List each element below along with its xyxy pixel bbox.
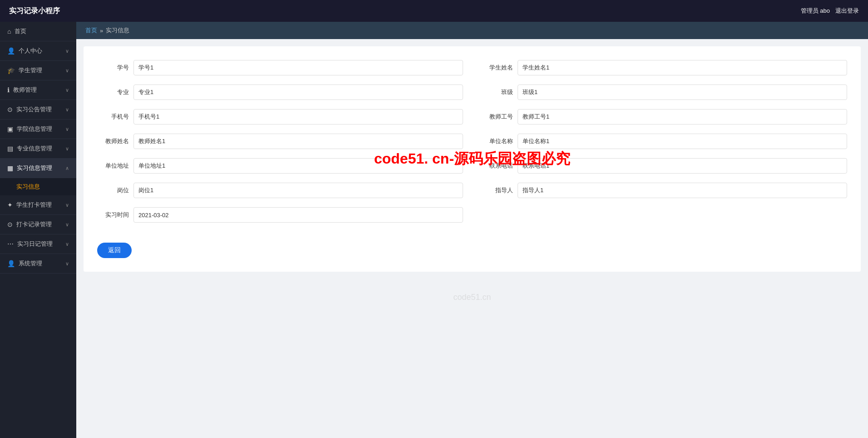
sidebar-subitem-internship-info[interactable]: 实习信息: [0, 178, 76, 195]
sidebar-item-system[interactable]: 👤 系统管理 ∨: [0, 254, 76, 274]
form-container: code51. cn-源码乐园盗图必究 学号 学生姓名 专业 班级: [84, 46, 861, 272]
form-row-xuehao: 学号: [97, 60, 463, 75]
form-row-shijian: 实习时间: [97, 207, 463, 223]
sidebar-item-punchrecord[interactable]: ⊙ 打卡记录管理 ∨: [0, 215, 76, 234]
personal-icon: 👤: [7, 47, 15, 55]
chevron-down-icon5: ∨: [65, 126, 69, 132]
label-lianxi-dianhua: 联系电话: [481, 162, 513, 170]
sidebar-item-diary[interactable]: ⋯ 实习日记管理 ∨: [0, 234, 76, 254]
sidebar-label-student: 学生管理: [19, 66, 42, 75]
sidebar: ⌂ 首页 👤 个人中心 ∨ 🎓 学生管理 ∨ ℹ 教师管理 ∨: [0, 22, 76, 438]
sidebar-label-internship: 实习信息管理: [17, 164, 52, 172]
input-zhuanye[interactable]: [133, 85, 463, 100]
form-row-jiaoshi-gongzuo: 教师工号: [481, 109, 847, 124]
return-button[interactable]: 返回: [97, 243, 132, 258]
label-zhuanye: 专业: [97, 88, 129, 96]
form-row-banji: 班级: [481, 85, 847, 100]
logout-button[interactable]: 退出登录: [835, 7, 859, 15]
label-banji: 班级: [481, 88, 513, 96]
header-right: 管理员 abo 退出登录: [801, 7, 859, 15]
form-row-danwei-mingcheng: 单位名称: [481, 134, 847, 149]
sidebar-item-teacher[interactable]: ℹ 教师管理 ∨: [0, 80, 76, 100]
input-shijian[interactable]: [133, 207, 463, 223]
form-grid: 学号 学生姓名 专业 班级 手机号: [97, 60, 847, 258]
form-row-xingming: 学生姓名: [481, 60, 847, 75]
form-actions: 返回: [97, 243, 847, 258]
major-icon: ▤: [7, 145, 13, 152]
label-zhidaoren: 指导人: [481, 186, 513, 194]
chevron-down-icon8: ∨: [65, 222, 69, 228]
breadcrumb: 首页 » 实习信息: [76, 22, 868, 39]
input-jiaoshi-gongzuo[interactable]: [518, 109, 847, 124]
form-row-zhuanye: 专业: [97, 85, 463, 100]
sidebar-item-punch[interactable]: ✦ 学生打卡管理 ∨: [0, 195, 76, 215]
sidebar-label-system: 系统管理: [19, 259, 42, 268]
bottom-watermark: code51.cn: [76, 279, 868, 316]
sidebar-label-teacher: 教师管理: [13, 86, 37, 94]
input-xuehao[interactable]: [133, 60, 463, 75]
student-icon: 🎓: [7, 67, 15, 74]
sidebar-item-notice[interactable]: ⊙ 实习公告管理 ∨: [0, 100, 76, 119]
breadcrumb-current: 实习信息: [106, 26, 129, 35]
notice-icon: ⊙: [7, 106, 13, 113]
chevron-down-icon2: ∨: [65, 68, 69, 74]
label-shouji: 手机号: [97, 113, 129, 121]
label-xingming: 学生姓名: [481, 64, 513, 72]
label-xuehao: 学号: [97, 64, 129, 72]
chevron-down-icon6: ∨: [65, 146, 69, 152]
internship-icon: ▦: [7, 164, 13, 172]
chevron-down-icon3: ∨: [65, 87, 69, 93]
label-jiaoshi-xingming: 教师姓名: [97, 137, 129, 145]
input-xingming[interactable]: [518, 60, 847, 75]
input-jiaoshi-xingming[interactable]: [133, 134, 463, 149]
chevron-down-icon10: ∨: [65, 261, 69, 267]
form-row-zhidaoren: 指导人: [481, 183, 847, 198]
label-shijian: 实习时间: [97, 211, 129, 219]
input-lianxi-dianhua[interactable]: [518, 158, 847, 174]
form-row-shouji: 手机号: [97, 109, 463, 124]
sidebar-item-home[interactable]: ⌂ 首页: [0, 22, 76, 41]
sidebar-item-personal[interactable]: 👤 个人中心 ∨: [0, 41, 76, 61]
sidebar-label-personal: 个人中心: [19, 47, 42, 55]
app-title: 实习记录小程序: [9, 6, 60, 16]
form-row-lianxi-dianhua: 联系电话: [481, 158, 847, 174]
sidebar-label-diary: 实习日记管理: [17, 240, 53, 248]
input-danwei-dizhi[interactable]: [133, 158, 463, 174]
school-icon: ▣: [7, 125, 13, 133]
sidebar-item-major[interactable]: ▤ 专业信息管理 ∨: [0, 139, 76, 159]
header: 实习记录小程序 管理员 abo 退出登录: [0, 0, 868, 22]
punchrecord-icon: ⊙: [7, 221, 13, 228]
input-zhidaoren[interactable]: [518, 183, 847, 198]
sidebar-item-internship[interactable]: ▦ 实习信息管理 ∧: [0, 159, 76, 178]
sidebar-item-student[interactable]: 🎓 学生管理 ∨: [0, 61, 76, 80]
form-row-gangwei: 岗位: [97, 183, 463, 198]
sidebar-label-major: 专业信息管理: [17, 144, 52, 153]
chevron-down-icon9: ∨: [65, 241, 69, 247]
main-content: 首页 » 实习信息 code51. cn-源码乐园盗图必究 学号 学生姓名: [76, 22, 868, 438]
sidebar-label-notice: 实习公告管理: [16, 105, 52, 114]
teacher-icon: ℹ: [7, 86, 10, 94]
breadcrumb-separator: »: [100, 27, 103, 34]
input-banji[interactable]: [518, 85, 847, 100]
admin-name: 管理员 abo: [801, 7, 830, 15]
sidebar-label-home: 首页: [15, 27, 26, 35]
diary-icon: ⋯: [7, 240, 14, 248]
system-icon: 👤: [7, 260, 15, 267]
breadcrumb-home[interactable]: 首页: [85, 26, 97, 35]
input-shouji[interactable]: [133, 109, 463, 124]
chevron-down-icon4: ∨: [65, 107, 69, 113]
input-danwei-mingcheng[interactable]: [518, 134, 847, 149]
form-row-danwei-dizhi: 单位地址: [97, 158, 463, 174]
chevron-up-icon: ∧: [65, 165, 69, 171]
label-danwei-dizhi: 单位地址: [97, 162, 129, 170]
label-gangwei: 岗位: [97, 186, 129, 194]
sidebar-label-punch: 学生打卡管理: [16, 201, 52, 209]
sidebar-label-school: 学院信息管理: [17, 125, 52, 133]
sidebar-item-school[interactable]: ▣ 学院信息管理 ∨: [0, 119, 76, 139]
chevron-down-icon7: ∨: [65, 202, 69, 208]
label-danwei-mingcheng: 单位名称: [481, 137, 513, 145]
subitem-label: 实习信息: [16, 183, 40, 190]
label-jiaoshi-gongzuo: 教师工号: [481, 113, 513, 121]
punch-icon: ✦: [7, 201, 13, 209]
input-gangwei[interactable]: [133, 183, 463, 198]
